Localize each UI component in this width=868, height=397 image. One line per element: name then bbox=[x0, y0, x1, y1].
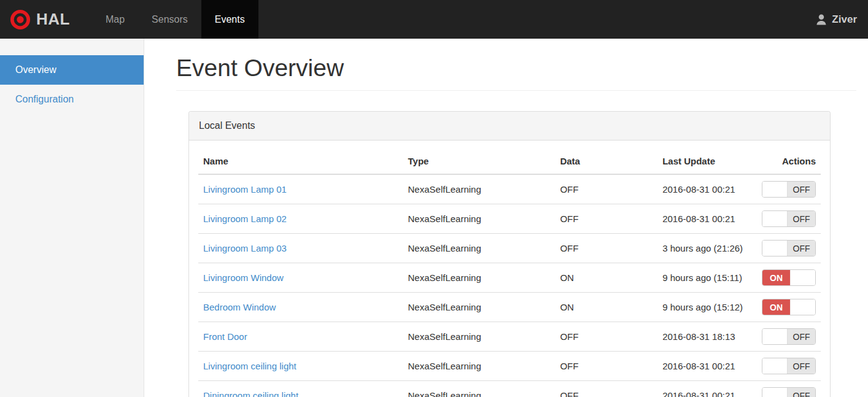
device-type: NexaSelfLearning bbox=[403, 174, 556, 204]
user-name: Ziver bbox=[832, 13, 857, 26]
device-name-link[interactable]: Livingroom Lamp 01 bbox=[203, 184, 287, 195]
toggle-handle bbox=[762, 388, 788, 397]
table-row: Bedroom Window NexaSelfLearning ON 9 hou… bbox=[198, 293, 821, 322]
device-toggle-switch[interactable]: OFF bbox=[762, 210, 816, 227]
table-row: Livingroom Lamp 03 NexaSelfLearning OFF … bbox=[198, 234, 821, 263]
toggle-state-label: OFF bbox=[788, 329, 815, 344]
device-toggle-switch[interactable]: ON bbox=[762, 269, 816, 286]
toggle-state-label: OFF bbox=[788, 388, 815, 397]
device-toggle-switch[interactable]: OFF bbox=[762, 387, 816, 397]
device-last-update: 9 hours ago (15:12) bbox=[657, 293, 757, 322]
toggle-handle bbox=[762, 329, 788, 344]
brand-label: HAL bbox=[36, 10, 70, 29]
hal-bullseye-logo-icon bbox=[10, 9, 31, 30]
nav-item-map[interactable]: Map bbox=[92, 0, 138, 39]
device-data-value: OFF bbox=[555, 322, 657, 352]
nav-item-sensors[interactable]: Sensors bbox=[138, 0, 201, 39]
toggle-handle bbox=[762, 241, 788, 256]
device-name-link[interactable]: Livingroom Window bbox=[203, 272, 284, 283]
device-type: NexaSelfLearning bbox=[403, 234, 556, 263]
toggle-state-label: ON bbox=[762, 270, 790, 285]
device-data-value: OFF bbox=[555, 174, 657, 204]
toggle-state-label: OFF bbox=[788, 358, 815, 374]
local-events-panel: Local Events Name Type Data Last Update … bbox=[188, 111, 831, 397]
device-data-value: ON bbox=[555, 293, 657, 322]
device-last-update: 2016-08-31 00:21 bbox=[657, 352, 757, 381]
device-type: NexaSelfLearning bbox=[403, 293, 556, 322]
device-toggle-switch[interactable]: OFF bbox=[762, 181, 816, 198]
toggle-state-label: OFF bbox=[788, 182, 815, 197]
device-toggle-switch[interactable]: OFF bbox=[762, 328, 816, 345]
device-last-update: 3 hours ago (21:26) bbox=[657, 234, 757, 263]
column-header-type: Type bbox=[403, 150, 556, 174]
table-row: Livingroom Lamp 01 NexaSelfLearning OFF … bbox=[198, 174, 821, 204]
toggle-handle bbox=[762, 182, 788, 197]
device-type: NexaSelfLearning bbox=[403, 322, 556, 352]
device-toggle-switch[interactable]: OFF bbox=[762, 240, 816, 256]
device-last-update: 9 hours ago (15:11) bbox=[657, 263, 757, 293]
device-type: NexaSelfLearning bbox=[403, 204, 556, 234]
table-row: Livingroom Window NexaSelfLearning ON 9 … bbox=[198, 263, 821, 293]
sidebar-item-configuration[interactable]: Configuration bbox=[0, 85, 144, 114]
device-name-link[interactable]: Diningroom ceiling light bbox=[203, 390, 298, 397]
main-content: Event Overview Local Events Name Type Da… bbox=[144, 39, 868, 397]
events-table: Name Type Data Last Update Actions Livin… bbox=[198, 150, 821, 397]
device-toggle-switch[interactable]: ON bbox=[762, 299, 816, 315]
user-menu[interactable]: Ziver bbox=[804, 0, 868, 39]
brand[interactable]: HAL bbox=[0, 0, 81, 39]
toggle-state-label: OFF bbox=[788, 241, 815, 256]
table-row: Livingroom ceiling light NexaSelfLearnin… bbox=[198, 352, 821, 381]
table-row: Livingroom Lamp 02 NexaSelfLearning OFF … bbox=[198, 204, 821, 234]
table-row: Front Door NexaSelfLearning OFF 2016-08-… bbox=[198, 322, 821, 352]
user-icon bbox=[815, 13, 827, 26]
column-header-name: Name bbox=[198, 150, 403, 174]
toggle-handle bbox=[762, 358, 788, 374]
column-header-actions: Actions bbox=[757, 150, 821, 174]
sidebar-item-overview[interactable]: Overview bbox=[0, 55, 144, 85]
device-name-link[interactable]: Livingroom Lamp 03 bbox=[203, 243, 287, 253]
device-name-link[interactable]: Front Door bbox=[203, 331, 247, 342]
page-title: Event Overview bbox=[176, 55, 856, 91]
device-type: NexaSelfLearning bbox=[403, 263, 556, 293]
device-data-value: ON bbox=[555, 263, 657, 293]
device-last-update: 2016-08-31 00:21 bbox=[657, 381, 757, 397]
nav-item-events[interactable]: Events bbox=[201, 0, 258, 39]
toggle-state-label: OFF bbox=[788, 211, 815, 226]
toggle-handle bbox=[762, 211, 788, 226]
device-last-update: 2016-08-31 18:13 bbox=[657, 322, 757, 352]
device-last-update: 2016-08-31 00:21 bbox=[657, 204, 757, 234]
navbar-menu: Map Sensors Events bbox=[92, 0, 258, 39]
column-header-data: Data bbox=[555, 150, 657, 174]
device-type: NexaSelfLearning bbox=[403, 352, 556, 381]
panel-title: Local Events bbox=[189, 112, 830, 141]
device-name-link[interactable]: Livingroom Lamp 02 bbox=[203, 214, 287, 224]
toggle-handle bbox=[790, 299, 815, 315]
toggle-handle bbox=[790, 270, 815, 285]
device-data-value: OFF bbox=[555, 234, 657, 263]
device-data-value: OFF bbox=[555, 381, 657, 397]
device-toggle-switch[interactable]: OFF bbox=[762, 358, 816, 374]
device-name-link[interactable]: Livingroom ceiling light bbox=[203, 361, 296, 371]
top-navbar: HAL Map Sensors Events Ziver bbox=[0, 0, 868, 39]
sidebar: Overview Configuration bbox=[0, 39, 144, 397]
device-data-value: OFF bbox=[555, 352, 657, 381]
column-header-last-update: Last Update bbox=[657, 150, 757, 174]
toggle-state-label: ON bbox=[762, 299, 790, 315]
table-row: Diningroom ceiling light NexaSelfLearnin… bbox=[198, 381, 821, 397]
device-name-link[interactable]: Bedroom Window bbox=[203, 302, 276, 312]
device-last-update: 2016-08-31 00:21 bbox=[657, 174, 757, 204]
device-type: NexaSelfLearning bbox=[403, 381, 556, 397]
device-data-value: OFF bbox=[555, 204, 657, 234]
